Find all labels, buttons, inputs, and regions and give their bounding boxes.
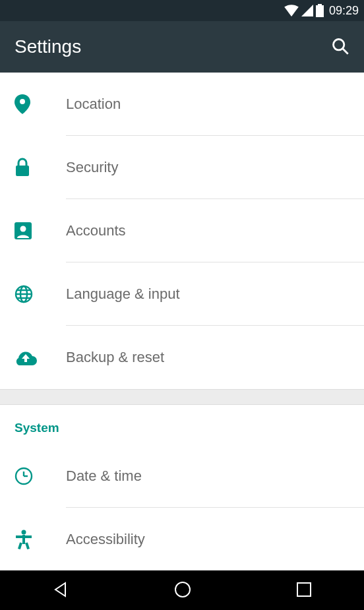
settings-item-label: Accounts [66, 222, 126, 239]
svg-point-2 [334, 39, 344, 49]
svg-rect-18 [16, 535, 32, 538]
status-time: 09:29 [329, 4, 359, 18]
section-gap [0, 389, 364, 405]
settings-item-label: Backup & reset [66, 349, 164, 366]
settings-item-security[interactable]: Security [0, 136, 364, 199]
cellular-icon [301, 5, 313, 16]
svg-point-16 [22, 530, 26, 535]
svg-rect-19 [18, 542, 22, 549]
cloud-up-icon [15, 350, 66, 365]
back-button[interactable] [52, 581, 69, 600]
settings-item-language-input[interactable]: Language & input [0, 262, 364, 326]
svg-point-4 [20, 99, 25, 104]
settings-item-label: Date & time [66, 468, 142, 485]
settings-item-location[interactable]: Location [0, 73, 364, 136]
home-button[interactable] [174, 581, 191, 600]
globe-icon [15, 285, 66, 303]
accessibility-icon [15, 530, 66, 549]
settings-item-accessibility[interactable]: Accessibility [0, 508, 364, 571]
settings-item-label: Location [66, 96, 121, 113]
lock-icon [15, 158, 66, 177]
status-bar: 09:29 [0, 0, 364, 21]
recents-button[interactable] [296, 582, 312, 599]
svg-point-7 [20, 226, 26, 232]
search-icon [331, 37, 349, 57]
battery-icon [316, 4, 324, 17]
settings-item-label: Language & input [66, 286, 180, 303]
settings-item-date-time[interactable]: Date & time [0, 444, 364, 508]
settings-item-label: Accessibility [66, 531, 145, 548]
search-button[interactable] [331, 37, 349, 57]
navigation-bar [0, 570, 364, 610]
svg-rect-0 [316, 5, 324, 17]
settings-list: Location Security Accounts Language & in… [0, 73, 364, 389]
app-bar-title: Settings [15, 36, 81, 57]
svg-point-23 [175, 582, 190, 597]
system-list: Date & time Accessibility [0, 444, 364, 571]
clock-icon [15, 467, 66, 485]
settings-item-backup-reset[interactable]: Backup & reset [0, 326, 364, 389]
svg-rect-1 [318, 4, 322, 5]
circle-home-icon [174, 581, 191, 600]
location-pin-icon [15, 94, 66, 114]
triangle-back-icon [52, 581, 69, 600]
square-recents-icon [296, 582, 312, 599]
svg-rect-24 [297, 583, 311, 596]
settings-item-label: Security [66, 159, 118, 176]
svg-line-3 [343, 48, 348, 53]
person-box-icon [15, 222, 66, 239]
app-bar: Settings [0, 21, 364, 73]
settings-item-accounts[interactable]: Accounts [0, 199, 364, 262]
svg-rect-20 [25, 542, 30, 549]
wifi-icon [284, 5, 299, 16]
section-header-system: System [0, 405, 364, 444]
svg-rect-5 [16, 166, 29, 176]
